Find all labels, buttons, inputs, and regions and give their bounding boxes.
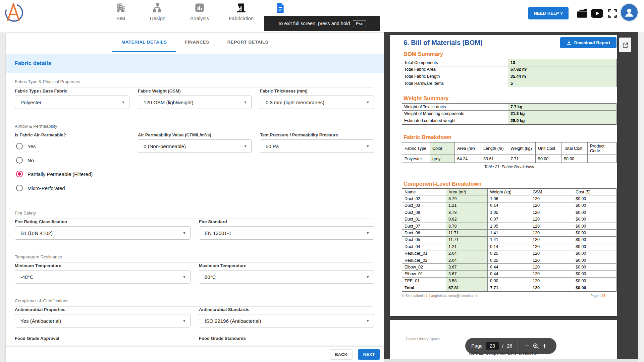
table-row: Duct_01 0.62 0.07 120 $0.00 — [402, 216, 616, 223]
component-breakdown-table: Name Area (m²) Weight (kg) GSM Cost ($) … — [402, 188, 616, 292]
section-physical-properties: Fabric Type & Physical Properties — [15, 79, 373, 87]
pager-divider: / — [502, 343, 503, 349]
radio-icon — [16, 171, 23, 177]
tab-finances[interactable]: FINANCES — [176, 33, 218, 52]
zoom-lens-button[interactable] — [531, 343, 540, 349]
clapperboard-icon[interactable] — [577, 8, 588, 20]
antimicrobial-select[interactable]: Yes (Antibacterial) ▼ — [15, 314, 191, 327]
chevron-down-icon: ▼ — [366, 275, 370, 279]
field-label: Antimicrobial Standards — [199, 307, 249, 312]
nav-item-report-active[interactable] — [264, 3, 297, 15]
test-pressure-select[interactable]: 50 Pa ▼ — [260, 139, 374, 153]
fabric-weight-select[interactable]: 120 GSM (lightweight) ▼ — [138, 96, 252, 109]
table-total-row: Total 67.81 7.71 120 $0.00 — [402, 284, 616, 291]
radio-label: Micro-Perforated — [28, 185, 65, 191]
fire-rating-select[interactable]: B1 (DIN 4102) ▼ — [15, 226, 191, 240]
select-value: 50 Pa — [266, 143, 279, 149]
radio-partially-permeable[interactable]: Partially Permeable (Filtered) — [16, 171, 93, 177]
section-compliance: Compliance & Certifications — [15, 298, 373, 307]
nav-label: Analysis — [183, 15, 216, 21]
table-row: Elbow_01 3.67 0.44 120 $0.00 — [402, 271, 616, 278]
fabric-thickness-select[interactable]: 0.3 mm (light membranes) ▼ — [260, 96, 374, 109]
fabric-type-select[interactable]: Polyester ▼ — [15, 96, 129, 109]
zoom-in-button[interactable]: + — [540, 341, 549, 351]
radio-icon — [16, 143, 23, 149]
fullscreen-exit-tooltip: To exit full screen, press and hold Esc — [264, 16, 380, 31]
table-row: Elbow_02 3.67 0.44 120 $0.00 — [402, 264, 616, 270]
chevron-down-icon: ▼ — [244, 100, 247, 104]
table-row: Duct_03 1.21 0.14 120 $0.00 — [402, 202, 616, 209]
nav-item-bim[interactable]: BIM — [105, 3, 137, 21]
tab-report-details[interactable]: REPORT DETAILS — [218, 33, 277, 52]
table-row: Total Fabric Length 35.44 m — [402, 73, 616, 80]
table-row: Duct_05 11.71 1.41 120 $0.00 — [402, 237, 616, 243]
radio-no[interactable]: No — [16, 157, 34, 164]
app-logo — [4, 2, 24, 24]
page-number-input[interactable]: 23 — [486, 342, 499, 350]
min-temperature-select[interactable]: -40°C ▼ — [15, 270, 191, 284]
report-page-footer: © SimulationHub | angirekula.venu@cctech… — [402, 294, 605, 298]
fabric-breakdown-table: Fabric Type Color Area (m²) Length (m) W… — [402, 142, 616, 163]
report-document-icon — [276, 9, 285, 14]
nav-item-design[interactable]: Design — [142, 3, 174, 21]
table-header-row: Name Area (m²) Weight (kg) GSM Cost ($) — [402, 189, 616, 195]
nav-item-analysis[interactable]: Analysis — [183, 3, 216, 21]
radio-icon — [16, 185, 23, 191]
form-footer: BACK NEXT — [6, 347, 384, 362]
tooltip-text: To exit full screen, press and hold — [278, 21, 350, 26]
open-external-button[interactable] — [619, 38, 631, 52]
radio-yes[interactable]: Yes — [16, 143, 36, 149]
download-report-button[interactable]: Download Report — [560, 37, 616, 48]
table-row: Reducer_02 2.04 0.25 120 $0.00 — [402, 257, 616, 264]
chevron-down-icon: ▼ — [366, 100, 370, 104]
chevron-down-icon: ▼ — [182, 275, 186, 279]
table-row: Total Hardware Items 5 — [402, 80, 616, 87]
antimicrobial-standard-select[interactable]: ISO 22196 (Antibacterial) ▼ — [199, 314, 374, 327]
esc-key: Esc — [353, 20, 366, 27]
youtube-icon[interactable] — [591, 9, 603, 19]
air-permeability-select[interactable]: 0 (Non-permeable) ▼ — [138, 139, 252, 153]
component-breakdown-heading: Component-Level Breakdown — [404, 181, 482, 187]
select-value: Yes (Antibacterial) — [20, 318, 61, 324]
fullscreen-icon[interactable] — [608, 9, 617, 19]
report-page-23: Download Report 6. Bill of Materials (BO… — [390, 35, 617, 316]
select-value: 120 GSM (lightweight) — [144, 100, 193, 105]
select-value: EN 13501-1 — [205, 230, 231, 236]
analysis-chart-icon — [195, 8, 205, 14]
report-copyright: © SimulationHub | angirekula.venu@cctech… — [402, 294, 478, 298]
field-label: Fabric Type / Base Fabric — [15, 88, 67, 94]
zoom-out-button[interactable]: − — [523, 341, 531, 351]
fabric-details-band: Fabric details — [6, 54, 384, 73]
table-row: Duct_06 11.71 1.41 120 $0.00 — [402, 230, 616, 236]
pill-separator — [518, 341, 518, 351]
component-rows: Duct_02 8.79 1.06 120 $0.00 Duct_03 1.21… — [402, 195, 616, 284]
material-details-panel: MATERIAL DETAILS FINANCES REPORT DETAILS… — [6, 33, 384, 347]
back-button[interactable]: BACK — [330, 349, 353, 360]
avatar[interactable] — [620, 3, 639, 22]
chevron-down-icon: ▼ — [182, 319, 186, 323]
select-value: 0.3 mm (light membranes) — [266, 100, 324, 105]
next-button[interactable]: NEXT — [358, 349, 380, 360]
nav-item-fabrication[interactable]: Fabrication — [225, 3, 257, 21]
weight-summary-table: Weight of Textile ducts 7.7 kg Weight of… — [402, 103, 616, 125]
max-temperature-select[interactable]: 60°C ▼ — [199, 270, 374, 284]
field-label: Minimum Temperature — [15, 263, 61, 268]
scrollbar-rail[interactable] — [638, 32, 644, 362]
bim-building-icon — [116, 8, 126, 14]
field-label: Fire Rating Classification — [15, 219, 67, 224]
radio-micro-perforated[interactable]: Micro-Perforated — [16, 185, 65, 191]
fabrication-machine-icon — [236, 8, 246, 14]
viewer-bottom-strip — [384, 359, 638, 362]
section-fire-safety: Fire Safety — [15, 210, 373, 219]
weight-summary-heading: Weight Summary — [404, 95, 448, 102]
fire-standard-select[interactable]: EN 13501-1 ▼ — [199, 226, 374, 240]
table-row: Total Components 13 — [402, 59, 616, 66]
table-row: Duct_02 8.79 1.06 120 $0.00 — [402, 195, 616, 202]
table-row: Duct_08 8.78 1.05 120 $0.00 — [402, 209, 616, 216]
tab-material-details[interactable]: MATERIAL DETAILS — [112, 33, 176, 52]
field-label: Fire Standard — [199, 219, 227, 224]
radio-group-label: Is Fabric Air-Permeable? — [15, 132, 66, 137]
field-label: Fabric Thickness (mm) — [260, 88, 308, 94]
need-help-button[interactable]: NEED HELP ? — [528, 7, 569, 19]
select-value: Polyester — [20, 100, 42, 105]
